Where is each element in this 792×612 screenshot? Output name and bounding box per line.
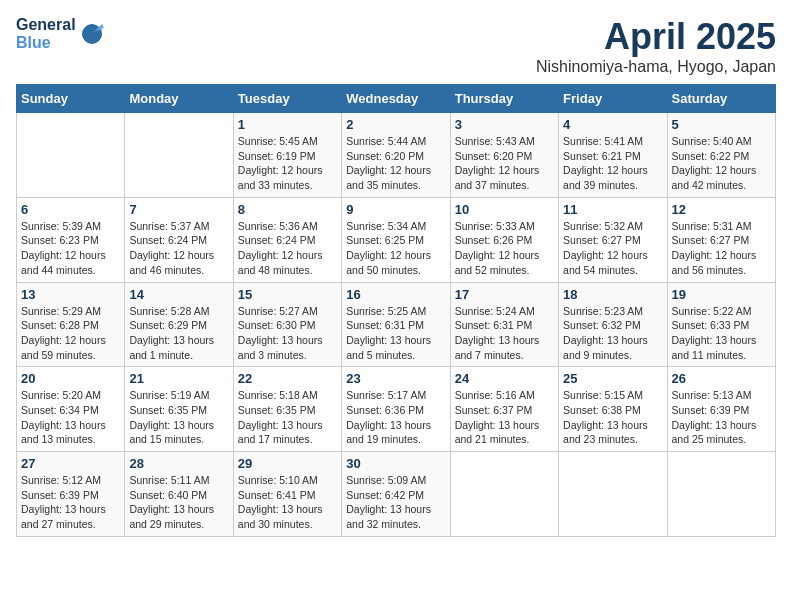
day-number: 14 xyxy=(129,287,228,302)
sunset-text: Sunset: 6:25 PM xyxy=(346,234,424,246)
day-number: 25 xyxy=(563,371,662,386)
table-row: 27Sunrise: 5:12 AMSunset: 6:39 PMDayligh… xyxy=(17,452,125,537)
sunrise-text: Sunrise: 5:40 AM xyxy=(672,135,752,147)
table-row: 18Sunrise: 5:23 AMSunset: 6:32 PMDayligh… xyxy=(559,282,667,367)
table-row: 24Sunrise: 5:16 AMSunset: 6:37 PMDayligh… xyxy=(450,367,558,452)
table-row: 8Sunrise: 5:36 AMSunset: 6:24 PMDaylight… xyxy=(233,197,341,282)
table-row: 19Sunrise: 5:22 AMSunset: 6:33 PMDayligh… xyxy=(667,282,775,367)
sunrise-text: Sunrise: 5:32 AM xyxy=(563,220,643,232)
day-info: Sunrise: 5:45 AMSunset: 6:19 PMDaylight:… xyxy=(238,134,337,193)
table-row: 26Sunrise: 5:13 AMSunset: 6:39 PMDayligh… xyxy=(667,367,775,452)
sunrise-text: Sunrise: 5:34 AM xyxy=(346,220,426,232)
sunset-text: Sunset: 6:32 PM xyxy=(563,319,641,331)
col-tuesday: Tuesday xyxy=(233,85,341,113)
day-number: 30 xyxy=(346,456,445,471)
sunrise-text: Sunrise: 5:43 AM xyxy=(455,135,535,147)
sunset-text: Sunset: 6:31 PM xyxy=(346,319,424,331)
table-row: 6Sunrise: 5:39 AMSunset: 6:23 PMDaylight… xyxy=(17,197,125,282)
day-info: Sunrise: 5:13 AMSunset: 6:39 PMDaylight:… xyxy=(672,388,771,447)
daylight-text: Daylight: 13 hours and 29 minutes. xyxy=(129,503,214,530)
daylight-text: Daylight: 12 hours and 37 minutes. xyxy=(455,164,540,191)
table-row xyxy=(17,113,125,198)
sunset-text: Sunset: 6:23 PM xyxy=(21,234,99,246)
calendar-week-row: 13Sunrise: 5:29 AMSunset: 6:28 PMDayligh… xyxy=(17,282,776,367)
day-info: Sunrise: 5:39 AMSunset: 6:23 PMDaylight:… xyxy=(21,219,120,278)
day-info: Sunrise: 5:17 AMSunset: 6:36 PMDaylight:… xyxy=(346,388,445,447)
table-row: 3Sunrise: 5:43 AMSunset: 6:20 PMDaylight… xyxy=(450,113,558,198)
sunrise-text: Sunrise: 5:19 AM xyxy=(129,389,209,401)
calendar-week-row: 27Sunrise: 5:12 AMSunset: 6:39 PMDayligh… xyxy=(17,452,776,537)
table-row: 2Sunrise: 5:44 AMSunset: 6:20 PMDaylight… xyxy=(342,113,450,198)
daylight-text: Daylight: 12 hours and 44 minutes. xyxy=(21,249,106,276)
day-info: Sunrise: 5:34 AMSunset: 6:25 PMDaylight:… xyxy=(346,219,445,278)
logo-container: General Blue xyxy=(16,16,106,51)
day-number: 4 xyxy=(563,117,662,132)
sunset-text: Sunset: 6:38 PM xyxy=(563,404,641,416)
day-number: 29 xyxy=(238,456,337,471)
day-info: Sunrise: 5:16 AMSunset: 6:37 PMDaylight:… xyxy=(455,388,554,447)
daylight-text: Daylight: 13 hours and 21 minutes. xyxy=(455,419,540,446)
daylight-text: Daylight: 12 hours and 39 minutes. xyxy=(563,164,648,191)
col-thursday: Thursday xyxy=(450,85,558,113)
day-info: Sunrise: 5:33 AMSunset: 6:26 PMDaylight:… xyxy=(455,219,554,278)
day-number: 17 xyxy=(455,287,554,302)
day-number: 7 xyxy=(129,202,228,217)
daylight-text: Daylight: 13 hours and 27 minutes. xyxy=(21,503,106,530)
sunrise-text: Sunrise: 5:37 AM xyxy=(129,220,209,232)
table-row: 12Sunrise: 5:31 AMSunset: 6:27 PMDayligh… xyxy=(667,197,775,282)
table-row: 7Sunrise: 5:37 AMSunset: 6:24 PMDaylight… xyxy=(125,197,233,282)
logo-general-line: General xyxy=(16,16,76,34)
day-number: 6 xyxy=(21,202,120,217)
sunset-text: Sunset: 6:42 PM xyxy=(346,489,424,501)
col-friday: Friday xyxy=(559,85,667,113)
table-row: 5Sunrise: 5:40 AMSunset: 6:22 PMDaylight… xyxy=(667,113,775,198)
day-number: 21 xyxy=(129,371,228,386)
calendar-subtitle: Nishinomiya-hama, Hyogo, Japan xyxy=(536,58,776,76)
sunrise-text: Sunrise: 5:09 AM xyxy=(346,474,426,486)
daylight-text: Daylight: 13 hours and 32 minutes. xyxy=(346,503,431,530)
sunrise-text: Sunrise: 5:23 AM xyxy=(563,305,643,317)
sunset-text: Sunset: 6:30 PM xyxy=(238,319,316,331)
table-row: 25Sunrise: 5:15 AMSunset: 6:38 PMDayligh… xyxy=(559,367,667,452)
sunrise-text: Sunrise: 5:10 AM xyxy=(238,474,318,486)
sunrise-text: Sunrise: 5:29 AM xyxy=(21,305,101,317)
col-wednesday: Wednesday xyxy=(342,85,450,113)
daylight-text: Daylight: 13 hours and 13 minutes. xyxy=(21,419,106,446)
day-info: Sunrise: 5:25 AMSunset: 6:31 PMDaylight:… xyxy=(346,304,445,363)
day-info: Sunrise: 5:27 AMSunset: 6:30 PMDaylight:… xyxy=(238,304,337,363)
sunset-text: Sunset: 6:20 PM xyxy=(455,150,533,162)
logo: General Blue xyxy=(16,16,106,51)
day-number: 16 xyxy=(346,287,445,302)
daylight-text: Daylight: 13 hours and 9 minutes. xyxy=(563,334,648,361)
daylight-text: Daylight: 12 hours and 50 minutes. xyxy=(346,249,431,276)
day-info: Sunrise: 5:18 AMSunset: 6:35 PMDaylight:… xyxy=(238,388,337,447)
sunrise-text: Sunrise: 5:36 AM xyxy=(238,220,318,232)
sunrise-text: Sunrise: 5:41 AM xyxy=(563,135,643,147)
table-row: 22Sunrise: 5:18 AMSunset: 6:35 PMDayligh… xyxy=(233,367,341,452)
day-info: Sunrise: 5:40 AMSunset: 6:22 PMDaylight:… xyxy=(672,134,771,193)
sunrise-text: Sunrise: 5:45 AM xyxy=(238,135,318,147)
col-saturday: Saturday xyxy=(667,85,775,113)
table-row xyxy=(667,452,775,537)
day-number: 27 xyxy=(21,456,120,471)
calendar-week-row: 6Sunrise: 5:39 AMSunset: 6:23 PMDaylight… xyxy=(17,197,776,282)
table-row: 9Sunrise: 5:34 AMSunset: 6:25 PMDaylight… xyxy=(342,197,450,282)
sunrise-text: Sunrise: 5:20 AM xyxy=(21,389,101,401)
sunset-text: Sunset: 6:19 PM xyxy=(238,150,316,162)
day-number: 22 xyxy=(238,371,337,386)
sunset-text: Sunset: 6:21 PM xyxy=(563,150,641,162)
sunset-text: Sunset: 6:37 PM xyxy=(455,404,533,416)
col-monday: Monday xyxy=(125,85,233,113)
day-info: Sunrise: 5:19 AMSunset: 6:35 PMDaylight:… xyxy=(129,388,228,447)
day-info: Sunrise: 5:10 AMSunset: 6:41 PMDaylight:… xyxy=(238,473,337,532)
day-number: 10 xyxy=(455,202,554,217)
day-number: 3 xyxy=(455,117,554,132)
sunrise-text: Sunrise: 5:44 AM xyxy=(346,135,426,147)
daylight-text: Daylight: 13 hours and 1 minute. xyxy=(129,334,214,361)
col-sunday: Sunday xyxy=(17,85,125,113)
sunset-text: Sunset: 6:35 PM xyxy=(129,404,207,416)
sunset-text: Sunset: 6:24 PM xyxy=(129,234,207,246)
sunrise-text: Sunrise: 5:31 AM xyxy=(672,220,752,232)
day-number: 2 xyxy=(346,117,445,132)
day-info: Sunrise: 5:28 AMSunset: 6:29 PMDaylight:… xyxy=(129,304,228,363)
